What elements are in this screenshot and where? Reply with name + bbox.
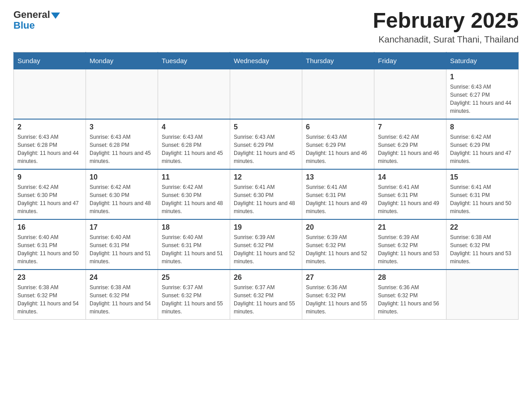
calendar-day-cell: 13Sunrise: 6:41 AMSunset: 6:31 PMDayligh… <box>302 169 374 219</box>
calendar-day-cell <box>230 69 302 119</box>
calendar-day-cell: 12Sunrise: 6:41 AMSunset: 6:30 PMDayligh… <box>230 169 302 219</box>
calendar-day-cell: 25Sunrise: 6:37 AMSunset: 6:32 PMDayligh… <box>158 270 230 320</box>
day-number: 25 <box>162 274 226 282</box>
calendar-day-cell: 7Sunrise: 6:42 AMSunset: 6:29 PMDaylight… <box>374 119 446 169</box>
day-number: 13 <box>306 173 370 181</box>
day-number: 24 <box>90 274 154 282</box>
calendar-day-cell: 4Sunrise: 6:43 AMSunset: 6:28 PMDaylight… <box>158 119 230 169</box>
logo-triangle-icon <box>51 13 60 19</box>
logo-blue-text: Blue <box>13 20 35 31</box>
day-info: Sunrise: 6:36 AMSunset: 6:32 PMDaylight:… <box>306 283 370 316</box>
day-number: 5 <box>234 123 298 131</box>
day-number: 23 <box>17 274 82 282</box>
day-of-week-header: Friday <box>374 52 446 69</box>
day-info: Sunrise: 6:43 AMSunset: 6:28 PMDaylight:… <box>17 133 82 165</box>
calendar-week-row: 23Sunrise: 6:38 AMSunset: 6:32 PMDayligh… <box>14 270 519 320</box>
calendar-header-row: SundayMondayTuesdayWednesdayThursdayFrid… <box>14 52 519 69</box>
day-number: 9 <box>17 173 82 181</box>
calendar-day-cell: 21Sunrise: 6:39 AMSunset: 6:32 PMDayligh… <box>374 219 446 270</box>
day-number: 2 <box>17 123 82 131</box>
day-info: Sunrise: 6:41 AMSunset: 6:31 PMDaylight:… <box>306 183 370 215</box>
day-info: Sunrise: 6:42 AMSunset: 6:30 PMDaylight:… <box>17 183 82 215</box>
calendar-day-cell: 2Sunrise: 6:43 AMSunset: 6:28 PMDaylight… <box>14 119 86 169</box>
location-title: Kanchanadit, Surat Thani, Thailand <box>373 34 519 45</box>
day-info: Sunrise: 6:36 AMSunset: 6:32 PMDaylight:… <box>378 283 442 316</box>
title-section: February 2025 Kanchanadit, Surat Thani, … <box>373 9 519 45</box>
day-number: 20 <box>306 223 370 231</box>
day-of-week-header: Monday <box>86 52 158 69</box>
calendar-table: SundayMondayTuesdayWednesdayThursdayFrid… <box>13 52 519 320</box>
calendar-day-cell: 8Sunrise: 6:42 AMSunset: 6:29 PMDaylight… <box>446 119 519 169</box>
day-of-week-header: Wednesday <box>230 52 302 69</box>
calendar-day-cell: 19Sunrise: 6:39 AMSunset: 6:32 PMDayligh… <box>230 219 302 270</box>
calendar-day-cell: 5Sunrise: 6:43 AMSunset: 6:29 PMDaylight… <box>230 119 302 169</box>
calendar-day-cell: 20Sunrise: 6:39 AMSunset: 6:32 PMDayligh… <box>302 219 374 270</box>
day-info: Sunrise: 6:43 AMSunset: 6:27 PMDaylight:… <box>450 83 515 115</box>
day-of-week-header: Saturday <box>446 52 519 69</box>
day-info: Sunrise: 6:39 AMSunset: 6:32 PMDaylight:… <box>306 233 370 265</box>
day-info: Sunrise: 6:37 AMSunset: 6:32 PMDaylight:… <box>162 283 226 316</box>
day-info: Sunrise: 6:42 AMSunset: 6:30 PMDaylight:… <box>90 183 154 215</box>
day-info: Sunrise: 6:38 AMSunset: 6:32 PMDaylight:… <box>90 283 154 316</box>
calendar-day-cell <box>158 69 230 119</box>
day-info: Sunrise: 6:37 AMSunset: 6:32 PMDaylight:… <box>234 283 298 316</box>
calendar-day-cell: 3Sunrise: 6:43 AMSunset: 6:28 PMDaylight… <box>86 119 158 169</box>
day-info: Sunrise: 6:40 AMSunset: 6:31 PMDaylight:… <box>17 233 82 265</box>
day-info: Sunrise: 6:38 AMSunset: 6:32 PMDaylight:… <box>17 283 82 316</box>
day-info: Sunrise: 6:42 AMSunset: 6:29 PMDaylight:… <box>450 133 515 165</box>
calendar-day-cell: 10Sunrise: 6:42 AMSunset: 6:30 PMDayligh… <box>86 169 158 219</box>
day-info: Sunrise: 6:41 AMSunset: 6:31 PMDaylight:… <box>450 183 515 215</box>
calendar-day-cell <box>86 69 158 119</box>
day-info: Sunrise: 6:42 AMSunset: 6:29 PMDaylight:… <box>378 133 442 165</box>
calendar-day-cell: 23Sunrise: 6:38 AMSunset: 6:32 PMDayligh… <box>14 270 86 320</box>
calendar-day-cell: 14Sunrise: 6:41 AMSunset: 6:31 PMDayligh… <box>374 169 446 219</box>
day-info: Sunrise: 6:43 AMSunset: 6:28 PMDaylight:… <box>90 133 154 165</box>
day-number: 28 <box>378 274 442 282</box>
day-number: 15 <box>450 173 515 181</box>
day-number: 7 <box>378 123 442 131</box>
day-of-week-header: Sunday <box>14 52 86 69</box>
day-number: 10 <box>90 173 154 181</box>
day-number: 17 <box>90 223 154 231</box>
calendar-day-cell <box>446 270 519 320</box>
calendar-week-row: 16Sunrise: 6:40 AMSunset: 6:31 PMDayligh… <box>14 219 519 270</box>
month-title: February 2025 <box>373 9 519 33</box>
day-number: 16 <box>17 223 82 231</box>
day-number: 19 <box>234 223 298 231</box>
day-number: 21 <box>378 223 442 231</box>
calendar-day-cell: 15Sunrise: 6:41 AMSunset: 6:31 PMDayligh… <box>446 169 519 219</box>
day-number: 18 <box>162 223 226 231</box>
day-of-week-header: Tuesday <box>158 52 230 69</box>
day-number: 27 <box>306 274 370 282</box>
page-header: General Blue February 2025 Kanchanadit, … <box>13 9 519 45</box>
calendar-day-cell <box>374 69 446 119</box>
day-number: 26 <box>234 274 298 282</box>
calendar-day-cell <box>302 69 374 119</box>
calendar-day-cell: 16Sunrise: 6:40 AMSunset: 6:31 PMDayligh… <box>14 219 86 270</box>
calendar-day-cell: 24Sunrise: 6:38 AMSunset: 6:32 PMDayligh… <box>86 270 158 320</box>
calendar-day-cell: 1Sunrise: 6:43 AMSunset: 6:27 PMDaylight… <box>446 69 519 119</box>
day-info: Sunrise: 6:43 AMSunset: 6:28 PMDaylight:… <box>162 133 226 165</box>
day-of-week-header: Thursday <box>302 52 374 69</box>
day-info: Sunrise: 6:39 AMSunset: 6:32 PMDaylight:… <box>234 233 298 265</box>
day-number: 8 <box>450 123 515 131</box>
day-info: Sunrise: 6:41 AMSunset: 6:30 PMDaylight:… <box>234 183 298 215</box>
day-info: Sunrise: 6:40 AMSunset: 6:31 PMDaylight:… <box>162 233 226 265</box>
day-info: Sunrise: 6:40 AMSunset: 6:31 PMDaylight:… <box>90 233 154 265</box>
calendar-day-cell: 11Sunrise: 6:42 AMSunset: 6:30 PMDayligh… <box>158 169 230 219</box>
day-info: Sunrise: 6:43 AMSunset: 6:29 PMDaylight:… <box>306 133 370 165</box>
day-number: 14 <box>378 173 442 181</box>
day-number: 1 <box>450 73 515 81</box>
day-info: Sunrise: 6:41 AMSunset: 6:31 PMDaylight:… <box>378 183 442 215</box>
calendar-day-cell <box>14 69 86 119</box>
calendar-week-row: 9Sunrise: 6:42 AMSunset: 6:30 PMDaylight… <box>14 169 519 219</box>
day-info: Sunrise: 6:39 AMSunset: 6:32 PMDaylight:… <box>378 233 442 265</box>
day-info: Sunrise: 6:38 AMSunset: 6:32 PMDaylight:… <box>450 233 515 265</box>
calendar-day-cell: 9Sunrise: 6:42 AMSunset: 6:30 PMDaylight… <box>14 169 86 219</box>
logo: General Blue <box>13 9 60 31</box>
day-number: 3 <box>90 123 154 131</box>
calendar-day-cell: 22Sunrise: 6:38 AMSunset: 6:32 PMDayligh… <box>446 219 519 270</box>
calendar-day-cell: 26Sunrise: 6:37 AMSunset: 6:32 PMDayligh… <box>230 270 302 320</box>
day-number: 4 <box>162 123 226 131</box>
calendar-day-cell: 6Sunrise: 6:43 AMSunset: 6:29 PMDaylight… <box>302 119 374 169</box>
